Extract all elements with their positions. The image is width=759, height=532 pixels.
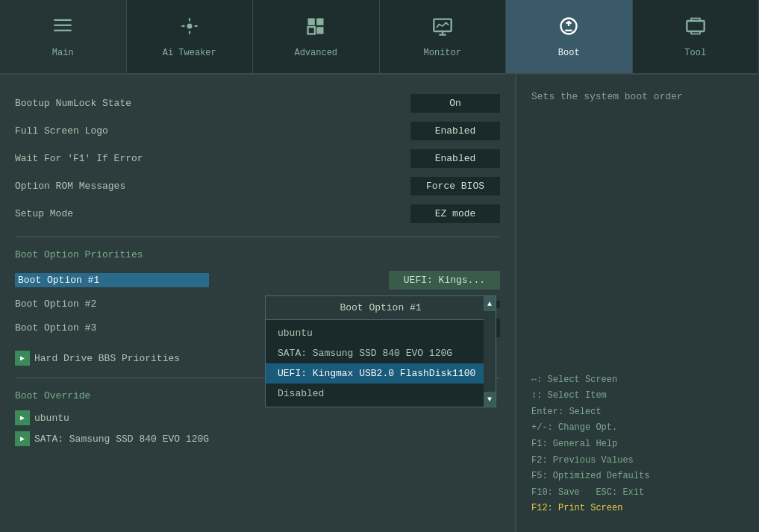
help-text: Sets the system boot order bbox=[531, 90, 744, 104]
tweaker-icon bbox=[179, 16, 200, 42]
full-screen-logo-row: Full Screen Logo Enabled bbox=[15, 117, 500, 145]
keyboard-shortcuts: ↔: Select Screen ↕: Select Item Enter: S… bbox=[531, 372, 744, 517]
boot-option-1-value[interactable]: UEFI: Kings... bbox=[389, 271, 500, 290]
scroll-down-arrow[interactable]: ▼ bbox=[484, 392, 496, 407]
setup-mode-row: Setup Mode EZ mode bbox=[15, 200, 500, 228]
nav-tool[interactable]: Tool bbox=[633, 0, 760, 73]
nav-main-label: Main bbox=[52, 48, 74, 58]
shortcut-f5: F5: Optimized Defaults bbox=[531, 469, 744, 485]
shortcut-enter: Enter: Select bbox=[531, 404, 744, 421]
nav-monitor-label: Monitor bbox=[424, 48, 461, 58]
boot-override-ubuntu-label: ubuntu bbox=[34, 413, 69, 424]
boot-option-1-label[interactable]: Boot Option #1 bbox=[15, 273, 209, 287]
nav-tool-label: Tool bbox=[684, 48, 706, 58]
menu-icon bbox=[52, 16, 73, 42]
setup-mode-value[interactable]: EZ mode bbox=[410, 204, 500, 223]
boot-option-1-row: Boot Option #1 UEFI: Kings... bbox=[15, 266, 500, 294]
option-rom-row: Option ROM Messages Force BIOS bbox=[15, 172, 500, 200]
navigation-bar: Main Ai Tweaker Advanced Monitor Boot To… bbox=[0, 0, 759, 75]
nav-boot[interactable]: Boot bbox=[506, 0, 633, 73]
nav-advanced[interactable]: Advanced bbox=[253, 0, 380, 73]
bootup-numlock-value[interactable]: On bbox=[410, 94, 500, 113]
setup-mode-label: Setup Mode bbox=[15, 208, 73, 219]
shortcut-select-item: ↕: Select Item bbox=[531, 388, 744, 404]
svg-rect-0 bbox=[54, 19, 72, 20]
boot-override-sata-label: SATA: Samsung SSD 840 EVO 120G bbox=[34, 434, 209, 445]
nav-ai-tweaker-label: Ai Tweaker bbox=[163, 48, 216, 58]
hard-drive-bbs-arrow[interactable]: ▶ bbox=[15, 351, 30, 366]
boot-override-sata-arrow[interactable]: ▶ bbox=[15, 431, 30, 446]
left-panel: Bootup NumLock State On Full Screen Logo… bbox=[0, 75, 515, 532]
dropdown-scrollbar: ▲ ▼ bbox=[484, 296, 496, 407]
divider-1 bbox=[15, 237, 500, 237]
main-content: Bootup NumLock State On Full Screen Logo… bbox=[0, 75, 759, 532]
wait-f1-value[interactable]: Enabled bbox=[410, 149, 500, 168]
full-screen-logo-value[interactable]: Enabled bbox=[410, 122, 500, 140]
full-screen-logo-label: Full Screen Logo bbox=[15, 125, 108, 137]
boot-icon bbox=[558, 16, 579, 42]
boot-override-ubuntu-arrow[interactable]: ▶ bbox=[15, 410, 30, 425]
boot-priorities-header: Boot Option Priorities bbox=[15, 246, 500, 263]
nav-ai-tweaker[interactable]: Ai Tweaker bbox=[127, 0, 254, 73]
boot-option-3-label[interactable]: Boot Option #3 bbox=[15, 322, 96, 334]
dropdown-item-disabled[interactable]: Disabled bbox=[266, 384, 496, 404]
nav-main[interactable]: Main bbox=[0, 0, 127, 73]
shortcut-f2: F2: Previous Values bbox=[531, 453, 744, 469]
svg-rect-7 bbox=[316, 27, 323, 34]
hard-drive-bbs-label: Hard Drive BBS Priorities bbox=[34, 353, 180, 364]
tool-icon bbox=[685, 16, 706, 42]
svg-rect-4 bbox=[308, 18, 315, 25]
shortcut-change-opt: +/-: Change Opt. bbox=[531, 420, 744, 436]
option-rom-label: Option ROM Messages bbox=[15, 181, 125, 192]
shortcut-f1: F1: General Help bbox=[531, 436, 744, 453]
dropdown-item-sata[interactable]: SATA: Samsung SSD 840 EVO 120G bbox=[266, 343, 496, 363]
svg-point-3 bbox=[187, 23, 192, 28]
bootup-numlock-label: Bootup NumLock State bbox=[15, 98, 131, 109]
nav-boot-label: Boot bbox=[558, 48, 580, 58]
boot-override-sata[interactable]: ▶ SATA: Samsung SSD 840 EVO 120G bbox=[15, 428, 500, 449]
dropdown-item-uefi[interactable]: UEFI: Kingmax USB2.0 FlashDisk1100 bbox=[266, 363, 496, 384]
svg-rect-2 bbox=[54, 29, 72, 31]
shortcut-f12: F12: Print Screen bbox=[531, 501, 744, 517]
svg-rect-1 bbox=[54, 24, 72, 25]
dropdown-header: Boot Option #1 bbox=[266, 296, 496, 320]
shortcut-select-screen: ↔: Select Screen bbox=[531, 372, 744, 389]
svg-rect-6 bbox=[308, 27, 315, 34]
svg-rect-11 bbox=[691, 18, 700, 21]
dropdown-list: ubuntu SATA: Samsung SSD 840 EVO 120G UE… bbox=[266, 320, 496, 407]
bootup-numlock-row: Bootup NumLock State On bbox=[15, 90, 500, 117]
nav-monitor[interactable]: Monitor bbox=[380, 0, 507, 73]
wait-f1-label: Wait For 'F1' If Error bbox=[15, 153, 143, 164]
boot-option-2-label[interactable]: Boot Option #2 bbox=[15, 298, 96, 310]
boot-option-dropdown: Boot Option #1 ubuntu SATA: Samsung SSD … bbox=[265, 295, 496, 407]
monitor-icon bbox=[432, 16, 453, 42]
nav-advanced-label: Advanced bbox=[294, 48, 337, 58]
wait-f1-row: Wait For 'F1' If Error Enabled bbox=[15, 145, 500, 172]
svg-rect-10 bbox=[687, 21, 704, 31]
right-panel: Sets the system boot order ↔: Select Scr… bbox=[515, 75, 759, 532]
option-rom-value[interactable]: Force BIOS bbox=[410, 177, 500, 195]
boot-override-ubuntu[interactable]: ▶ ubuntu bbox=[15, 407, 500, 428]
svg-rect-12 bbox=[691, 31, 700, 34]
scroll-track bbox=[484, 311, 496, 392]
shortcut-f10: F10: Save ESC: Exit bbox=[531, 485, 744, 501]
svg-rect-5 bbox=[316, 18, 323, 25]
advanced-icon bbox=[305, 16, 326, 42]
dropdown-item-ubuntu[interactable]: ubuntu bbox=[266, 323, 496, 343]
scroll-up-arrow[interactable]: ▲ bbox=[484, 296, 496, 311]
